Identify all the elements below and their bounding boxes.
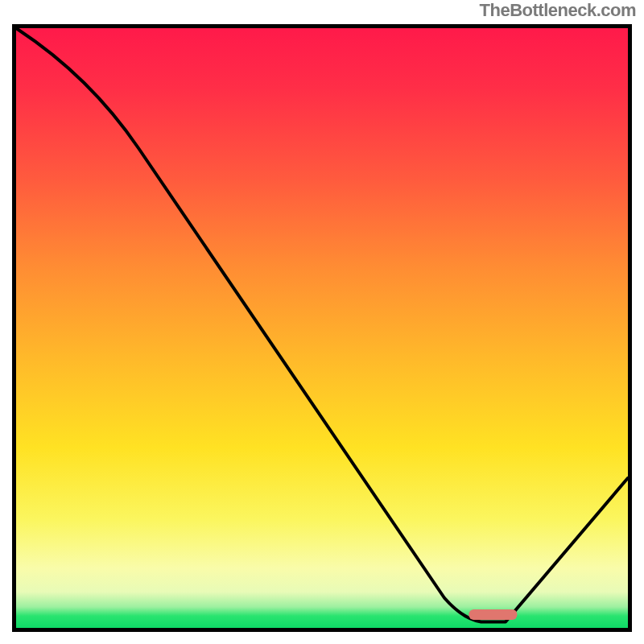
chart-wrapper: TheBottleneck.com [0,0,644,644]
bottleneck-curve [16,28,628,622]
optimal-marker [469,609,517,620]
plot-frame [12,24,632,632]
curve-layer [16,28,628,628]
attribution-text: TheBottleneck.com [480,0,636,21]
